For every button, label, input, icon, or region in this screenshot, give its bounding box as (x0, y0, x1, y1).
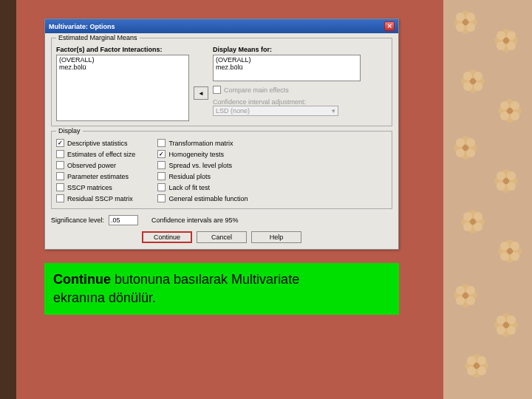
move-right-button[interactable]: ◄ (194, 86, 208, 100)
cancel-button[interactable]: Cancel (197, 231, 247, 243)
checkbox-label: Spread vs. level plots (168, 162, 232, 169)
options-dialog: Multivariate: Options ✕ Estimated Margin… (44, 18, 399, 250)
display-left-col: ✓Descriptive statisticsEstimates of effe… (56, 137, 135, 204)
checkbox-label: Parameter estimates (67, 173, 129, 180)
display-right-col: Transformation matrix✓Homogeneity testsS… (157, 137, 248, 204)
ci-text: Confidence intervals are 95% (151, 216, 239, 224)
checkbox[interactable] (56, 161, 64, 169)
caption-box: Continue butonuna basılarak Multivariate… (44, 263, 399, 315)
checkbox-label: Descriptive statistics (67, 140, 128, 147)
factors-label: Factor(s) and Factor Interactions: (56, 46, 189, 53)
checkbox-label: Transformation matrix (168, 140, 233, 147)
list-item[interactable]: (OVERALL) (214, 56, 359, 64)
compare-main-checkbox[interactable] (213, 86, 221, 94)
checkbox-label: Estimates of effect size (67, 151, 135, 158)
help-button[interactable]: Help (251, 231, 301, 243)
dialog-title: Multivariate: Options (49, 23, 115, 30)
triangle-right-icon: ◄ (198, 90, 204, 97)
checkbox[interactable] (157, 161, 166, 169)
checkbox[interactable] (56, 183, 64, 191)
checkbox-label: Observed power (67, 162, 116, 169)
ci-adjust-dropdown[interactable]: LSD (none) ▾ (213, 106, 338, 116)
checkbox[interactable] (56, 172, 64, 180)
emm-group: Estimated Marginal Means Factor(s) and F… (51, 38, 392, 126)
display-means-listbox[interactable]: (OVERALL) mez.bölü (213, 55, 361, 81)
checkbox[interactable] (157, 183, 166, 191)
continue-button[interactable]: Continue (142, 231, 192, 243)
checkbox[interactable] (56, 150, 64, 158)
checkbox-label: SSCP matrices (67, 184, 112, 191)
checkbox[interactable] (157, 194, 166, 202)
significance-label: Significance level: (51, 216, 104, 224)
emm-group-title: Estimated Marginal Means (56, 34, 140, 41)
checkbox[interactable] (157, 139, 166, 147)
checkbox[interactable]: ✓ (56, 139, 64, 147)
checkbox[interactable]: ✓ (157, 150, 166, 158)
checkbox-label: Residual plots (168, 173, 211, 180)
display-means-label: Display Means for: (213, 46, 361, 53)
caption-text-1: butonuna basılarak Multivariate (111, 272, 299, 287)
checkbox-label: Residual SSCP matrix (67, 195, 133, 202)
list-item[interactable]: (OVERALL) (58, 56, 188, 64)
significance-input[interactable]: .05 (109, 215, 138, 225)
ci-adjust-label: Confidence interval adjustment: (213, 98, 361, 106)
checkbox[interactable] (56, 194, 64, 202)
caption-bold: Continue (53, 272, 111, 287)
list-item[interactable]: mez.bölü (58, 64, 188, 71)
titlebar: Multivariate: Options ✕ (45, 19, 398, 33)
checkbox[interactable] (157, 172, 166, 180)
chevron-down-icon: ▾ (332, 107, 335, 115)
display-group: Display ✓Descriptive statisticsEstimates… (51, 131, 392, 209)
ci-adjust-value: LSD (none) (216, 107, 250, 115)
checkbox-label: Lack of fit test (168, 184, 210, 191)
display-group-title: Display (56, 127, 83, 134)
list-item[interactable]: mez.bölü (214, 64, 359, 71)
factors-listbox[interactable]: (OVERALL) mez.bölü (56, 55, 189, 121)
compare-main-label: Compare main effects (224, 86, 289, 94)
close-button[interactable]: ✕ (384, 21, 395, 31)
caption-text-2: ekranına dönülür. (53, 290, 156, 305)
checkbox-label: General estimable function (168, 195, 248, 202)
checkbox-label: Homogeneity tests (168, 151, 224, 158)
close-icon: ✕ (387, 23, 392, 30)
